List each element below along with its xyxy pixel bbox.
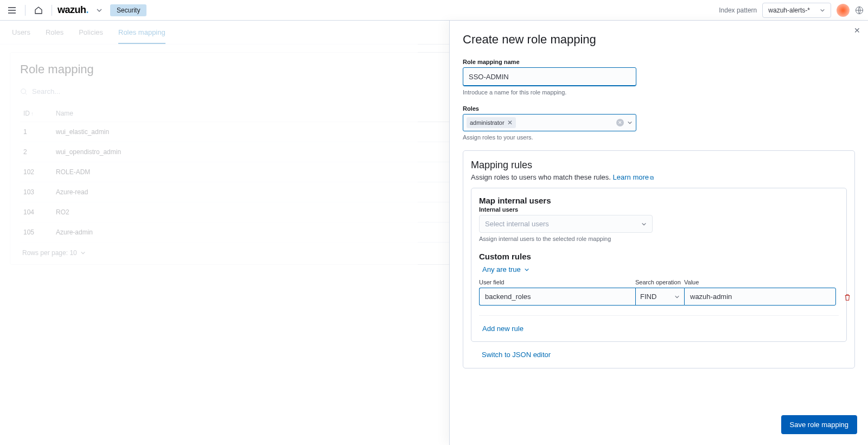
mapping-rules-sub: Assign roles to users who match these ru… — [471, 173, 847, 181]
custom-rules-title: Custom rules — [479, 252, 839, 261]
internal-users-placeholder: Select internal users — [485, 220, 549, 228]
switch-json-editor-link[interactable]: Switch to JSON editor — [482, 351, 551, 359]
roles-combobox[interactable]: administrator ✕ ✕ — [463, 114, 636, 131]
value-input[interactable] — [684, 288, 836, 306]
tab-roles-mapping[interactable]: Roles mapping — [118, 28, 165, 44]
chevron-down-icon — [627, 120, 633, 125]
roles-label: Roles — [463, 105, 855, 112]
app-logo: wazuh. — [58, 4, 88, 16]
top-header: wazuh. Security Index pattern wazuh-aler… — [0, 0, 868, 21]
external-link-icon: ⧉ — [650, 175, 654, 181]
field-roles: Roles administrator ✕ ✕ Assign roles to … — [463, 105, 855, 141]
mapping-rules-title: Mapping rules — [471, 160, 847, 171]
user-avatar[interactable] — [837, 4, 850, 17]
user-field-label: User field — [479, 279, 635, 285]
roles-help: Assign roles to your users. — [463, 134, 855, 141]
menu-icon[interactable] — [4, 3, 20, 18]
field-role-mapping-name: Role mapping name Introduce a name for t… — [463, 59, 855, 96]
svg-point-1 — [21, 88, 26, 93]
search-icon — [20, 88, 28, 96]
header-left: wazuh. Security — [4, 3, 146, 18]
close-flyout-button[interactable]: ✕ — [854, 26, 860, 35]
value-label: Value — [684, 279, 836, 285]
role-mapping-name-input[interactable] — [463, 67, 636, 86]
chevron-down-icon — [80, 250, 86, 256]
internal-users-select[interactable]: Select internal users — [479, 215, 653, 233]
chevron-down-icon — [641, 221, 647, 227]
learn-more-link[interactable]: Learn more⧉ — [613, 173, 654, 181]
module-badge[interactable]: Security — [110, 4, 146, 16]
flyout-body: Create new role mapping Role mapping nam… — [450, 21, 868, 409]
flyout-title: Create new role mapping — [463, 33, 855, 47]
globe-icon[interactable] — [855, 6, 864, 15]
clear-all-icon[interactable]: ✕ — [616, 119, 624, 126]
user-field-input[interactable] — [479, 288, 635, 306]
chevron-down-icon — [820, 8, 825, 13]
index-pattern-value: wazuh-alerts-* — [768, 7, 810, 14]
app-switcher-chevron-icon[interactable] — [92, 3, 107, 18]
search-op-select[interactable]: FIND — [635, 288, 684, 306]
internal-users-label: Internal users — [479, 206, 839, 213]
flyout-footer: Save role mapping — [450, 409, 868, 445]
search-placeholder: Search... — [32, 87, 60, 96]
sort-asc-icon: ↑ — [31, 111, 34, 117]
inner-rules-panel: Map internal users Internal users Select… — [471, 188, 847, 342]
search-op-label: Search operation — [635, 279, 684, 285]
tab-users[interactable]: Users — [12, 28, 30, 44]
divider — [52, 5, 52, 16]
name-label: Role mapping name — [463, 59, 855, 65]
map-internal-title: Map internal users — [479, 196, 839, 205]
remove-tag-icon[interactable]: ✕ — [507, 119, 513, 126]
chevron-down-icon — [524, 267, 529, 272]
col-id[interactable]: ID↑ — [20, 105, 53, 122]
header-right: Index pattern wazuh-alerts-* — [719, 3, 864, 18]
role-tag: administrator ✕ — [467, 117, 516, 128]
logo-text: wazuh — [58, 4, 86, 15]
logo-dot: . — [86, 4, 89, 15]
add-new-rule-link[interactable]: Add new rule — [482, 325, 524, 333]
tab-roles[interactable]: Roles — [46, 28, 63, 44]
internal-users-help: Assign internal users to the selected ro… — [479, 236, 839, 242]
custom-rule-row: User field Search operation FIND Value — [479, 279, 839, 316]
home-icon[interactable] — [31, 3, 46, 18]
index-pattern-select[interactable]: wazuh-alerts-* — [762, 3, 831, 18]
rule-match-mode[interactable]: Any are true — [482, 265, 529, 274]
mapping-rules-panel: Mapping rules Assign roles to users who … — [463, 150, 855, 368]
chevron-down-icon — [674, 294, 680, 300]
save-role-mapping-button[interactable]: Save role mapping — [781, 415, 857, 434]
create-role-mapping-flyout: ✕ Create new role mapping Role mapping n… — [449, 21, 868, 445]
delete-rule-icon[interactable] — [844, 294, 851, 301]
tab-policies[interactable]: Policies — [79, 28, 103, 44]
index-pattern-label: Index pattern — [719, 7, 757, 14]
divider — [25, 5, 25, 16]
name-help: Introduce a name for this role mapping. — [463, 89, 855, 96]
